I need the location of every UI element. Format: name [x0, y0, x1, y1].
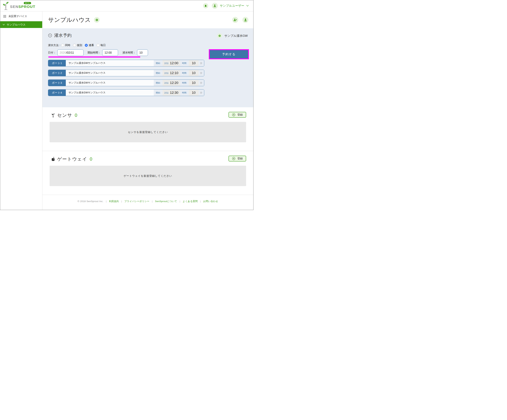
port-name: サンプル灌水GWサンプルハウス	[66, 80, 154, 86]
logo[interactable]: SENSPROUT BETA	[3, 2, 35, 10]
duration-value: 10	[139, 51, 142, 54]
gateway-register-button[interactable]: 登録	[229, 156, 246, 161]
sidebar-item-sample-house[interactable]: サンプルハウス	[0, 21, 42, 28]
port-duration: 10	[192, 91, 196, 95]
sidebar-item-label: サンプルハウス	[7, 23, 26, 26]
annotation-highlight-bar	[48, 56, 140, 57]
port-duration-unit: 分	[199, 70, 204, 76]
chevron-down-icon	[246, 5, 249, 7]
duration-input[interactable]: 10	[137, 49, 148, 56]
duration-label: 灌水時間：	[122, 51, 136, 54]
avatar	[212, 3, 218, 9]
logo-tree-icon	[3, 2, 9, 10]
port-duration: 10	[192, 61, 196, 65]
user-button[interactable]	[242, 17, 248, 23]
port-date: 2/11	[164, 72, 169, 74]
footer-link-terms[interactable]: 利用規約	[109, 200, 119, 203]
port-duration-value[interactable]: 10	[189, 90, 199, 96]
port-duration-label: 時間:	[180, 90, 189, 96]
sensor-title: センサ	[57, 112, 72, 118]
port-start-value[interactable]: 2/11 12:20	[162, 80, 180, 86]
sensor-empty-state: センサを新規登録してください	[49, 122, 246, 142]
radio-option-daily[interactable]: 毎日	[97, 44, 106, 47]
reserve-button[interactable]: 予約する	[210, 50, 248, 58]
footer-separator: |	[152, 200, 153, 203]
port-duration-unit: 分	[199, 60, 204, 66]
port-start-label: 開始:	[154, 70, 162, 76]
port-schedule: 開始: 2/11 12:20 時間: 10 分	[154, 80, 204, 86]
port-start-label: 開始:	[154, 80, 162, 86]
date-input[interactable]: 2020/02/11	[57, 49, 84, 56]
footer-link-contact[interactable]: お問い合わせ	[203, 200, 218, 203]
sidebar: 未設置デバイス サンプルハウス	[0, 11, 42, 210]
footer-link-about[interactable]: SenSproutについて	[155, 200, 177, 203]
radio-icon	[73, 44, 76, 47]
notifications-button[interactable]	[203, 3, 208, 8]
gear-icon	[218, 35, 221, 37]
port-duration-label: 時間:	[180, 60, 189, 66]
gateway-section: ゲートウェイ 0 登録 ゲートウェイを新規登録してください	[42, 151, 253, 195]
user-icon	[244, 18, 247, 22]
irrigation-title: 灌水予約	[54, 33, 72, 38]
gateway-name-label: サンプル灌水GW	[224, 34, 248, 38]
add-user-button[interactable]	[232, 17, 238, 23]
date-year-value: 2020	[60, 51, 66, 54]
footer-separator: |	[180, 200, 180, 203]
method-label: 灌水方法：	[48, 44, 61, 47]
footer-separator: |	[106, 200, 107, 203]
port-name: サンプル灌水GWサンプルハウス	[66, 70, 154, 76]
gear-icon	[95, 19, 98, 21]
gateway-empty-state: ゲートウェイを新規登録してください	[49, 166, 246, 186]
chevron-down-icon	[3, 24, 5, 25]
top-header: SENSPROUT BETA サンプルユーザー	[0, 0, 253, 11]
title-row: サンプルハウス	[42, 11, 253, 28]
port-duration-value[interactable]: 10	[189, 70, 199, 76]
port-duration-value[interactable]: 10	[189, 80, 199, 86]
plus-circle-icon	[232, 157, 235, 160]
footer-link-privacy[interactable]: プライバシーポリシー	[124, 200, 149, 203]
radio-icon	[97, 44, 99, 47]
sensor-register-button[interactable]: 登録	[229, 112, 246, 118]
port-schedule: 開始: 2/11 12:00 時間: 10 分	[154, 60, 204, 66]
port-schedule: 開始: 2/11 12:30 時間: 10 分	[154, 90, 204, 96]
port-badge: ポート1	[48, 60, 66, 66]
add-user-icon	[233, 18, 237, 22]
footer-separator: |	[200, 200, 201, 203]
port-duration-value[interactable]: 10	[189, 60, 199, 66]
start-time-input[interactable]: 12:00	[102, 49, 118, 56]
beta-badge: BETA	[24, 2, 31, 4]
port-start-value[interactable]: 2/11 12:30	[162, 90, 180, 96]
port-start-value[interactable]: 2/11 12:10	[162, 70, 180, 76]
port-start-value[interactable]: 2/11 12:00	[162, 60, 180, 66]
port-schedule: 開始: 2/11 12:10 時間: 10 分	[154, 70, 204, 76]
user-name-label: サンプルユーザー	[220, 4, 244, 8]
port-name: サンプル灌水GWサンプルハウス	[66, 90, 154, 96]
sensor-count: 0	[75, 112, 77, 118]
port-badge: ポート3	[48, 80, 66, 86]
radio-option-sequential[interactable]: 連番	[85, 44, 94, 47]
house-settings-button[interactable]	[94, 17, 99, 23]
port-badge: ポート4	[48, 90, 66, 96]
port-list: ポート1 サンプル灌水GWサンプルハウス 開始: 2/11 12:00 時間: …	[48, 60, 248, 96]
sprout-icon	[51, 113, 55, 118]
port-duration-label: 時間:	[180, 70, 189, 76]
register-label: 登録	[238, 113, 243, 116]
radio-option-individual[interactable]: 個別	[73, 44, 82, 47]
footer-link-faq[interactable]: よくある質問	[183, 200, 197, 203]
date-value: /02/11	[66, 51, 74, 54]
port-badge: ポート2	[48, 70, 66, 76]
gateway-settings-button[interactable]	[217, 33, 222, 38]
radio-icon	[61, 44, 64, 47]
copyright: © 2018 SenSprout Inc.	[77, 200, 103, 203]
start-time-value: 12:00	[105, 51, 112, 54]
gateway-chip: サンプル灌水GW	[217, 33, 248, 38]
gateway-device-icon	[51, 157, 55, 161]
radio-label: 同時	[65, 44, 70, 47]
port-duration-unit: 分	[199, 80, 204, 86]
user-menu[interactable]: サンプルユーザー	[212, 3, 249, 9]
main-content: サンプルハウス	[42, 11, 253, 210]
port-row: ポート2 サンプル灌水GWサンプルハウス 開始: 2/11 12:10 時間: …	[48, 70, 204, 76]
port-row: ポート4 サンプル灌水GWサンプルハウス 開始: 2/11 12:30 時間: …	[48, 89, 204, 96]
radio-option-simultaneous[interactable]: 同時	[61, 44, 70, 47]
sidebar-item-unplaced-devices[interactable]: 未設置デバイス	[0, 11, 42, 21]
